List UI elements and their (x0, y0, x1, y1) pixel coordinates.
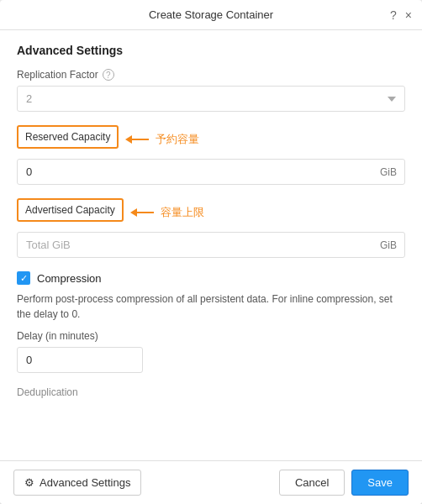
gear-icon: ⚙ (24, 476, 34, 489)
compression-checkbox-row: ✓ Compression (17, 271, 405, 285)
advertised-capacity-label: Advertised Capacity (17, 198, 124, 222)
advertised-capacity-input-wrapper: GiB (17, 232, 405, 258)
compression-checkbox[interactable]: ✓ (17, 271, 30, 285)
replication-help-icon[interactable]: ? (103, 69, 114, 81)
advanced-settings-button[interactable]: ⚙ Advanced Settings (13, 470, 141, 496)
header-icons: ? × (390, 9, 412, 21)
create-storage-container-dialog: Create Storage Container ? × Advanced Se… (0, 0, 422, 504)
dialog-title: Create Storage Container (149, 8, 273, 21)
reserved-capacity-input[interactable] (17, 159, 405, 185)
arrow-head-icon (125, 135, 132, 144)
reserved-capacity-label: Reserved Capacity (17, 125, 119, 149)
help-icon[interactable]: ? (390, 9, 397, 21)
arrow-line2 (137, 212, 154, 213)
advertised-capacity-annotation-text: 容量上限 (161, 205, 204, 220)
reserved-capacity-unit: GiB (380, 166, 397, 178)
advertised-capacity-unit: GiB (380, 239, 397, 251)
delay-input-wrapper (17, 347, 405, 373)
dialog-body: Advanced Settings Replication Factor ? 2… (0, 30, 422, 460)
section-title: Advanced Settings (17, 44, 405, 57)
reserved-capacity-group: Reserved Capacity 予約容量 GiB (17, 125, 405, 185)
advertised-capacity-annotation: Advertised Capacity 容量上限 (17, 198, 405, 227)
compression-description: Perform post-process compression of all … (17, 291, 405, 322)
cancel-button[interactable]: Cancel (279, 470, 345, 496)
compression-group: ✓ Compression Perform post-process compr… (17, 271, 405, 373)
delay-input[interactable] (17, 347, 143, 373)
compression-label: Compression (37, 272, 102, 285)
replication-factor-select[interactable]: 2 (17, 86, 405, 112)
deduplication-label: Deduplication (17, 386, 405, 398)
advertised-capacity-input[interactable] (17, 232, 405, 258)
replication-factor-group: Replication Factor ? 2 (17, 69, 405, 112)
replication-factor-label: Replication Factor ? (17, 69, 405, 81)
reserved-capacity-annotation-text: 予約容量 (156, 132, 199, 147)
advertised-capacity-arrow (130, 208, 154, 217)
footer-right: Cancel Save (279, 470, 409, 496)
close-icon[interactable]: × (405, 9, 412, 21)
save-button[interactable]: Save (351, 470, 409, 496)
dialog-footer: ⚙ Advanced Settings Cancel Save (0, 460, 422, 504)
advanced-settings-label: Advanced Settings (40, 476, 130, 489)
arrow-line (132, 139, 149, 140)
checkmark-icon: ✓ (20, 274, 28, 283)
advertised-capacity-group: Advertised Capacity 容量上限 GiB (17, 198, 405, 258)
dialog-header: Create Storage Container ? × (0, 0, 422, 30)
deduplication-group: Deduplication (17, 386, 405, 398)
footer-left: ⚙ Advanced Settings (13, 470, 141, 496)
reserved-capacity-annotation: Reserved Capacity 予約容量 (17, 125, 405, 154)
arrow-head-icon2 (130, 208, 137, 217)
reserved-capacity-input-wrapper: GiB (17, 159, 405, 185)
delay-label: Delay (in minutes) (17, 330, 405, 342)
reserved-capacity-arrow (125, 135, 149, 144)
